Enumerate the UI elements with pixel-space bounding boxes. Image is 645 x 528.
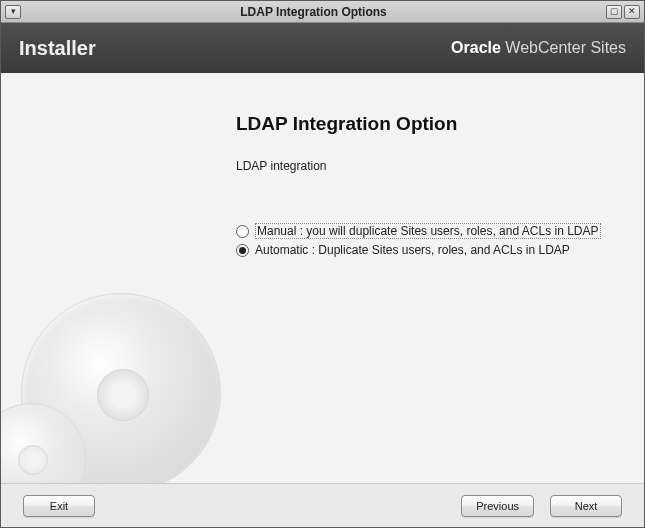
content-area: LDAP Integration Option LDAP integration… bbox=[1, 73, 644, 483]
radio-option-manual[interactable]: Manual : you will duplicate Sites users,… bbox=[236, 223, 614, 239]
previous-button[interactable]: Previous bbox=[461, 495, 534, 517]
close-icon: ✕ bbox=[628, 7, 636, 16]
maximize-button[interactable]: ▢ bbox=[606, 5, 622, 19]
page-title: LDAP Integration Option bbox=[236, 113, 614, 135]
next-button[interactable]: Next bbox=[550, 495, 622, 517]
exit-button[interactable]: Exit bbox=[23, 495, 95, 517]
page-subtitle: LDAP integration bbox=[236, 159, 614, 173]
header-title: Installer bbox=[19, 37, 96, 60]
close-button[interactable]: ✕ bbox=[624, 5, 640, 19]
maximize-icon: ▢ bbox=[610, 7, 619, 16]
radio-icon bbox=[236, 244, 249, 257]
header: Installer Oracle WebCenter Sites bbox=[1, 23, 644, 73]
radio-label: Automatic : Duplicate Sites users, roles… bbox=[255, 243, 570, 257]
titlebar: ▾ LDAP Integration Options ▢ ✕ bbox=[1, 1, 644, 23]
radio-icon bbox=[236, 225, 249, 238]
radio-option-automatic[interactable]: Automatic : Duplicate Sites users, roles… bbox=[236, 243, 614, 257]
installer-window: ▾ LDAP Integration Options ▢ ✕ Installer… bbox=[0, 0, 645, 528]
window-title: LDAP Integration Options bbox=[21, 5, 606, 19]
window-menu-button[interactable]: ▾ bbox=[5, 5, 21, 19]
brand-strong: Oracle bbox=[451, 39, 501, 56]
radio-label: Manual : you will duplicate Sites users,… bbox=[255, 223, 601, 239]
chevron-down-icon: ▾ bbox=[11, 7, 16, 16]
header-brand: Oracle WebCenter Sites bbox=[451, 39, 626, 57]
graphic-panel bbox=[1, 73, 206, 483]
main-panel: LDAP Integration Option LDAP integration… bbox=[206, 73, 644, 483]
footer: Exit Previous Next bbox=[1, 483, 644, 527]
brand-light: WebCenter Sites bbox=[501, 39, 626, 56]
